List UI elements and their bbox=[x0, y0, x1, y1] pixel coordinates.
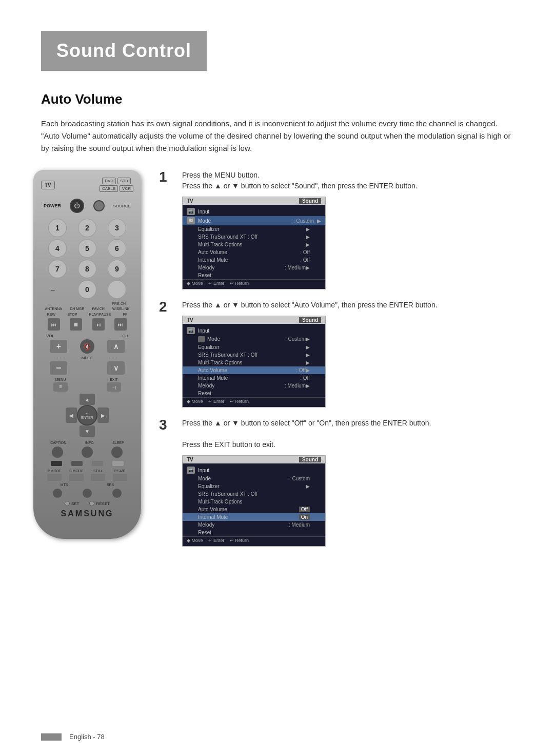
input-label-3: Input bbox=[198, 468, 321, 473]
reset-label-3: Reset bbox=[198, 530, 310, 535]
btn-ch-up[interactable]: ∧ bbox=[107, 340, 125, 353]
btn-menu[interactable]: ☰ bbox=[53, 382, 68, 392]
btn-color-gray1[interactable] bbox=[71, 461, 83, 466]
autovol-label-1: Auto Volume bbox=[198, 249, 300, 255]
stop-label: STOP bbox=[67, 313, 77, 316]
btn-stb[interactable]: STB bbox=[117, 178, 131, 184]
melody-value-1: : Medium bbox=[285, 265, 306, 270]
footer-text: English - 78 bbox=[69, 733, 105, 741]
btn-smode[interactable] bbox=[69, 474, 84, 481]
tv-footer-1: ◆ Move ↵ Enter ↩ Return bbox=[183, 279, 325, 287]
btn-mute[interactable]: 🔇 bbox=[80, 339, 94, 354]
tv-row-multi-2: Multi-Track Options ▶ bbox=[183, 359, 325, 366]
btn-info[interactable] bbox=[82, 447, 93, 459]
btn-sleep[interactable] bbox=[111, 447, 123, 459]
btn-rew[interactable]: ⏮ bbox=[48, 318, 60, 331]
btn-color-gray3[interactable] bbox=[112, 461, 124, 466]
source-label: SOURCE bbox=[113, 204, 131, 208]
tv-screen-1-header: TV Sound bbox=[183, 197, 325, 205]
btn-cable[interactable]: CABLE bbox=[100, 185, 118, 192]
btn-7[interactable]: 7 bbox=[48, 260, 67, 278]
page-header-block: Sound Control bbox=[41, 31, 207, 71]
footer-enter-2: ↵ Enter bbox=[208, 399, 225, 404]
btn-caption[interactable] bbox=[52, 447, 63, 459]
sound-label-3: Sound bbox=[299, 457, 321, 462]
btn-dpad-right[interactable]: ▶ bbox=[97, 408, 109, 423]
btn-vol-down[interactable]: − bbox=[50, 361, 67, 375]
input-icon-1: 📷 bbox=[187, 208, 195, 215]
still-item: STILL bbox=[91, 469, 105, 481]
btn-still[interactable] bbox=[91, 474, 105, 481]
btn-record-dot[interactable] bbox=[83, 489, 92, 499]
btn-mts[interactable] bbox=[53, 489, 62, 499]
btn-6[interactable]: 6 bbox=[108, 239, 126, 258]
btn-tv[interactable]: TV bbox=[41, 181, 55, 189]
step-3-number: 3 bbox=[159, 418, 174, 432]
btn-reset[interactable] bbox=[89, 501, 94, 506]
step-1-number: 1 bbox=[159, 170, 174, 184]
btn-dvd[interactable]: DVD bbox=[102, 178, 116, 184]
eq-arrow-2: ▶ bbox=[306, 344, 310, 350]
btn-ff[interactable]: ⏭ bbox=[114, 318, 127, 331]
mute-label-3: Internal Mute bbox=[198, 514, 299, 520]
step-2-text: Press the ▲ or ▼ button to select "Auto … bbox=[182, 300, 523, 311]
tv-label-1: TV bbox=[187, 198, 193, 204]
btn-srs[interactable] bbox=[112, 489, 122, 499]
tv-row-input-2: 📷 Input bbox=[183, 326, 325, 335]
dots-row: · · · MUTE · · · bbox=[38, 356, 136, 360]
tv-row-eq-3: Equalizer ▶ bbox=[183, 482, 325, 490]
btn-exit[interactable]: →| bbox=[107, 382, 121, 392]
btn-empty bbox=[108, 280, 126, 299]
eq-arrow-3: ▶ bbox=[306, 483, 310, 489]
psize-label: P.SIZE bbox=[114, 469, 125, 473]
autovol-value-1: : Off bbox=[300, 249, 310, 255]
pic-icon-2 bbox=[198, 336, 205, 342]
smode-item: S.MODE bbox=[69, 469, 84, 481]
btn-psize[interactable] bbox=[113, 474, 127, 481]
eq-label-2: Equalizer bbox=[198, 344, 306, 350]
tv-row-mode-3: Mode : Custom bbox=[183, 475, 325, 482]
remote-top-row: TV DVD STB CABLE VCR bbox=[38, 178, 136, 192]
step-1: 1 Press the MENU button. Press the ▲ or … bbox=[159, 170, 523, 289]
source-button[interactable] bbox=[93, 200, 105, 211]
btn-vcr[interactable]: VCR bbox=[120, 185, 133, 192]
tv-screen-1-body: 📷 Input 🖼 Mode : Custom ▶ Equalizer ▶ bbox=[183, 205, 325, 289]
btn-9[interactable]: 9 bbox=[108, 260, 126, 278]
btn-dpad-left[interactable]: ◀ bbox=[66, 408, 77, 423]
btn-4[interactable]: 4 bbox=[48, 239, 67, 258]
btn-8[interactable]: 8 bbox=[78, 260, 96, 278]
power-button[interactable]: ⏻ bbox=[70, 199, 84, 213]
btn-3[interactable]: 3 bbox=[108, 219, 126, 237]
section-title: Auto Volume bbox=[41, 91, 513, 107]
btn-pmode[interactable] bbox=[47, 474, 62, 481]
btn-vol-up[interactable]: + bbox=[50, 340, 67, 353]
btn-color-gray2[interactable] bbox=[92, 461, 103, 466]
btn-dpad-up[interactable]: ▲ bbox=[80, 394, 95, 405]
btn-2[interactable]: 2 bbox=[78, 219, 96, 237]
btn-set[interactable] bbox=[65, 501, 70, 506]
step-3-text: Press the ▲ or ▼ button to select "Off" … bbox=[182, 418, 523, 450]
footer-return-3: ↩ Return bbox=[230, 538, 249, 543]
srs-label-2: SRS TruSurround XT : Off bbox=[198, 352, 306, 358]
btn-enter[interactable]: ↵ ENTER bbox=[77, 405, 97, 425]
btn-menu-group: MENU ☰ bbox=[53, 378, 68, 392]
tv-row-eq-2: Equalizer ▶ bbox=[183, 343, 325, 351]
btn-ch-down[interactable]: ∨ bbox=[107, 361, 125, 375]
btn-color-black[interactable] bbox=[51, 461, 62, 466]
btn-dpad-down[interactable]: ▼ bbox=[80, 425, 95, 437]
autovol-off-option: Off bbox=[299, 507, 310, 512]
btn-stop[interactable]: ⏹ bbox=[70, 318, 82, 331]
btn-play[interactable]: ⏯ bbox=[92, 318, 105, 331]
btn-5[interactable]: 5 bbox=[78, 239, 96, 258]
mute-value-1: : Off bbox=[300, 257, 310, 263]
ff-label: FF bbox=[123, 313, 128, 316]
tv-footer-3: ◆ Move ↵ Enter ↩ Return bbox=[183, 536, 325, 544]
page-title: Sound Control bbox=[56, 40, 191, 62]
transport-labels: REW STOP PLAY/PAUSE FF bbox=[38, 313, 136, 316]
btn-dash[interactable]: – bbox=[44, 280, 62, 299]
btn-0[interactable]: 0 bbox=[78, 280, 96, 299]
antenna-label: ANTENNA bbox=[45, 307, 62, 311]
btn-1[interactable]: 1 bbox=[48, 219, 67, 237]
tv-row-srs-2: SRS TruSurround XT : Off ▶ bbox=[183, 351, 325, 359]
footer-return-1: ↩ Return bbox=[230, 281, 249, 286]
